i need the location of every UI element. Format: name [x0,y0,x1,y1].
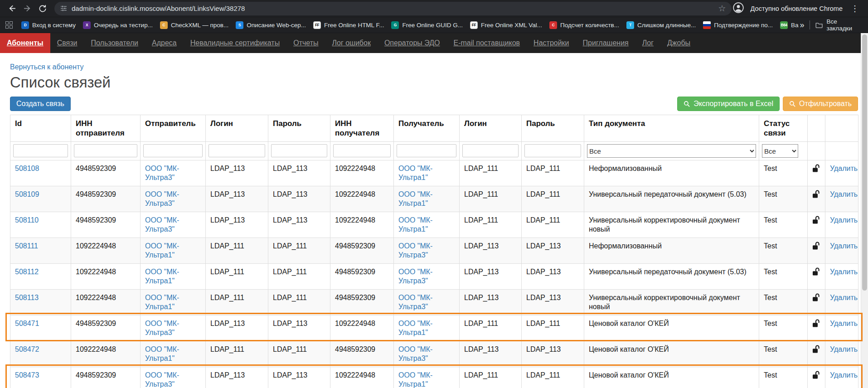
receiver-link[interactable]: ООО "МК-Ультра3" [398,267,442,286]
delete-link[interactable]: Удалить [830,190,858,198]
bookmark-item[interactable]: GFree Online GUID G... [388,19,466,31]
bookmark-star-icon[interactable]: ☆ [718,4,726,13]
nav-item-9[interactable]: E-mail поставщиков [447,33,527,53]
nav-item-13[interactable]: Джобы [660,33,697,53]
address-bar[interactable]: dadmin-doclink.cislink.moscow/Abonent/Li… [54,2,732,15]
lock-icon[interactable] [812,166,820,174]
bookmark-item[interactable]: FFFree Online HTML F... [310,19,387,31]
page-scrollbar[interactable] [861,34,868,388]
sender-link[interactable]: ООО "МК-Ультра1" [145,293,189,311]
lock-icon[interactable] [812,347,820,355]
sender-link[interactable]: ООО "МК-Ультра3" [145,319,189,337]
delete-link[interactable]: Удалить [830,371,858,379]
lock-icon[interactable] [812,321,820,329]
delete-link[interactable]: Удалить [830,242,858,250]
forward-button[interactable] [20,1,34,16]
back-to-abonent-link[interactable]: Вернуться к абоненту [10,63,84,71]
back-button[interactable] [5,1,19,16]
filter-sender-inn-input[interactable] [74,144,137,157]
filter-receiver-login-input[interactable] [462,144,519,157]
link-id[interactable]: 508473 [15,371,39,379]
bookmark-item[interactable]: FFFree Online XML Val... [467,19,545,31]
filter-receiver-password-input[interactable] [524,144,581,157]
lock-icon[interactable] [812,192,820,200]
sender-link[interactable]: ООО "МК-Ультра1" [145,267,189,286]
nav-item-10[interactable]: Настройки [527,33,576,53]
lock-icon[interactable] [812,270,820,277]
link-id[interactable]: 508471 [15,320,39,327]
receiver-link[interactable]: ООО "МК-Ультра3" [398,345,442,363]
bookmark-item[interactable]: TСлишком длинные... [623,19,699,31]
filter-id-input[interactable] [13,144,68,157]
link-id[interactable]: 508110 [15,216,39,224]
bookmarks-overflow-icon[interactable]: » [800,20,804,30]
lock-icon[interactable] [812,218,820,226]
nav-item-2[interactable]: Связи [50,33,84,53]
link-id[interactable]: 508472 [15,345,39,353]
bookmark-item[interactable]: SОписание Web-сер... [233,19,309,31]
receiver-link[interactable]: ООО "МК-Ультра1" [398,216,442,234]
nav-item-6[interactable]: Отчеты [286,33,325,53]
browser-menu-icon[interactable]: ⋮ [849,5,861,13]
nav-item-5[interactable]: Невалидные сертификаты [184,33,287,53]
sender-link[interactable]: ООО "МК-Ультра1" [145,345,189,363]
receiver-link[interactable]: ООО "МК-Ультра3" [398,242,442,260]
lock-icon[interactable] [812,373,820,381]
lock-icon[interactable] [812,244,820,252]
sender-link[interactable]: ООО "МК-Ультра1" [145,242,189,260]
bookmark-item[interactable]: B64Base64 Decode and... [777,19,799,31]
nav-item-11[interactable]: Приглашения [576,33,635,53]
filter-doc-type-select[interactable]: Все [587,144,756,158]
create-link-button[interactable]: Создать связь [10,97,71,111]
link-id[interactable]: 508113 [15,294,39,301]
delete-link[interactable]: Удалить [830,345,858,353]
bookmark-item[interactable]: XОчередь на тестир... [80,19,156,31]
filter-sender-password-input[interactable] [271,144,327,157]
nav-item-4[interactable]: Адреса [145,33,184,53]
nav-item-12[interactable]: Лог [635,33,660,53]
apps-grid-icon[interactable] [5,21,13,29]
profile-avatar[interactable] [732,2,744,15]
chrome-update-notice[interactable]: Доступно обновление Chrome [751,5,843,12]
nav-item-8[interactable]: Операторы ЭДО [378,33,447,53]
bookmark-item[interactable]: CПодсчет количеств... [546,19,622,31]
delete-link[interactable]: Удалить [830,165,858,172]
sender-link[interactable]: ООО "МК-Ультра3" [145,190,189,208]
filter-receiver-input[interactable] [397,144,456,157]
nav-item-1[interactable]: Абоненты [0,33,50,53]
link-id[interactable]: 508112 [15,268,39,276]
link-id[interactable]: 508109 [15,190,39,198]
receiver-link[interactable]: ООО "МК-Ультра1" [398,319,442,337]
bookmark-item[interactable]: DВход в систему [18,19,79,31]
filter-button[interactable]: Отфильтровать [783,97,858,111]
bookmark-item[interactable]: Подтверждение по... [700,19,776,31]
lock-icon[interactable] [812,296,820,303]
filter-sender-login-input[interactable] [209,144,265,157]
delete-link[interactable]: Удалить [830,294,858,301]
receiver-link[interactable]: ООО "МК-Ультра3" [398,293,442,311]
link-id[interactable]: 508111 [15,242,38,250]
cell-receiver-login: LDAP_113 [460,341,522,367]
reload-button[interactable] [35,1,50,16]
site-info-icon[interactable] [60,5,68,12]
sender-link[interactable]: ООО "МК-Ультра3" [145,216,189,234]
delete-link[interactable]: Удалить [830,320,858,327]
link-id[interactable]: 508108 [15,165,39,172]
filter-status-select[interactable]: Все [762,144,798,158]
receiver-link[interactable]: ООО "МК-Ультра1" [398,371,442,388]
nav-item-3[interactable]: Пользователи [84,33,145,53]
sender-link[interactable]: ООО "МК-Ультра3" [145,164,189,182]
delete-link[interactable]: Удалить [830,268,858,276]
receiver-link[interactable]: ООО "МК-Ультра1" [398,190,442,208]
cell-status: Test [759,238,808,264]
sender-link[interactable]: ООО "МК-Ультра3" [145,371,189,388]
all-bookmarks-button[interactable]: Все закладки [815,18,863,32]
scrollbar-thumb[interactable] [862,34,867,291]
filter-sender-input[interactable] [143,144,203,157]
receiver-link[interactable]: ООО "МК-Ультра1" [398,164,442,182]
filter-receiver-inn-input[interactable] [333,144,391,157]
export-excel-button[interactable]: Экспортировать в Excel [677,97,780,111]
bookmark-item[interactable]: CCheckXML — пров... [157,19,232,31]
delete-link[interactable]: Удалить [830,216,858,224]
nav-item-7[interactable]: Лог ошибок [325,33,378,53]
